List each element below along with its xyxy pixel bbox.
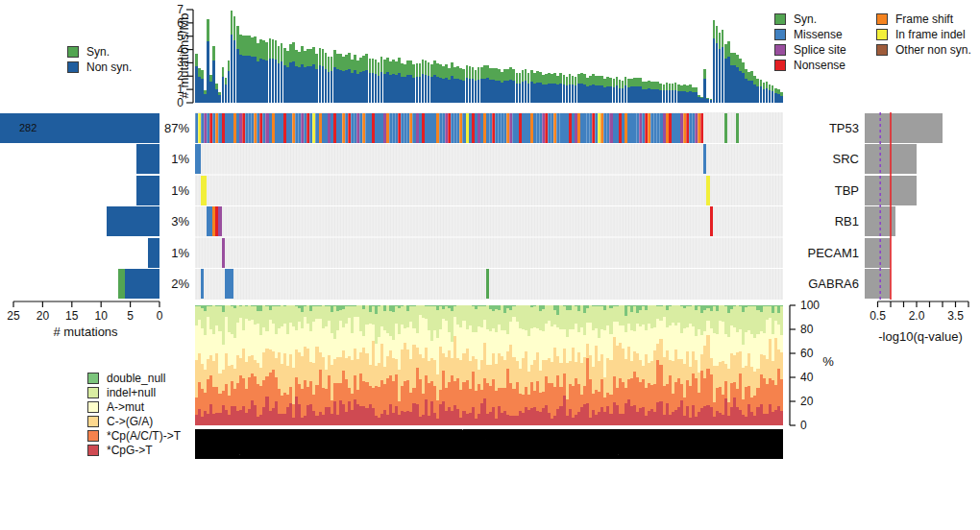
legend-mutation-types-col2: Frame shiftIn frame indelOther non syn. [876,12,971,58]
svg-text:5: 5 [127,309,134,323]
qvalue-axis-title: -log10(q-value) [844,329,980,344]
gene-label-TBP: TBP [835,183,859,198]
legend-item: Other non syn. [876,42,971,58]
spectrum_double_null-swatch-icon [87,373,99,384]
svg-text:2.0: 2.0 [909,309,925,323]
legend-label: Other non syn. [895,43,971,57]
frameshift-swatch-icon [876,13,888,25]
gene-label-TP53: TP53 [829,121,859,135]
legend-item: *CpG->T [87,443,181,457]
legend-label: Splice site [794,43,846,57]
legend-item: double_null [87,371,181,385]
rate-axis-title: # mutations/Mb [136,8,233,104]
tp53-count-label: 282 [19,122,37,133]
sample-name-strip [195,429,783,459]
othernonsyn-swatch-icon [876,44,888,56]
syn-swatch-icon [67,46,79,58]
qvalue-bar-TP53 [865,113,943,143]
legend-label: Non syn. [86,60,132,74]
svg-text:20: 20 [800,395,814,408]
qvalue-x-axis: 0.52.03.5 [870,301,968,323]
splice-swatch-icon [774,44,786,56]
count-x-axis: 2520151050 [7,301,162,323]
inframe-swatch-icon [876,29,888,40]
gene-label-PECAM1: PECAM1 [808,246,859,260]
spectrum-axis-title: % [819,354,838,369]
svg-text:25: 25 [7,309,20,323]
percent-label-TP53: 87% [164,121,189,135]
comut-matrix [195,112,783,300]
legend-label: Syn. [794,12,817,26]
legend-item: Missense [774,27,846,42]
legend-item: Non syn. [67,60,132,75]
gene-label-GABRA6: GABRA6 [808,277,859,291]
spectrum_CpACT_T-swatch-icon [87,430,99,442]
syn-swatch-icon [774,13,786,25]
legend-item: Frame shift [876,12,971,27]
legend-item: *Cp(A/C/T)->T [87,428,181,443]
nonsense-swatch-icon [774,60,786,71]
spectrum_indel_null-swatch-icon [87,387,99,398]
qvalue-bar-GABRA6 [865,269,891,299]
svg-text:15: 15 [65,309,79,323]
percent-label-TBP: 1% [171,183,189,198]
count-bar-PECAM1 [148,238,159,268]
legend-item: In frame indel [876,27,971,42]
svg-text:0: 0 [157,309,163,323]
gene-mutation-count-chart: 87%1%1%3%1%2%282 [0,113,189,299]
count-bar-SRC [136,144,159,174]
svg-text:0: 0 [800,419,807,432]
spectrum-y-axis: 020406080100 [790,299,820,432]
legend-mutation-types-col1: Syn.MissenseSplice siteNonsense [774,12,846,73]
percent-label-RB1: 3% [171,214,189,229]
legend-item: Nonsense [774,58,846,73]
count-bar-GABRA6 [125,269,159,299]
percent-label-GABRA6: 2% [171,277,189,291]
mutation-count-axis-title: # mutations [27,325,144,339]
percent-label-PECAM1: 1% [171,246,189,260]
legend-label: indel+null [107,386,156,399]
legend-label: Frame shift [895,12,953,26]
legend-label: Nonsense [794,59,845,72]
legend-label: Syn. [86,45,110,59]
legend-label: *CpG->T [107,444,153,457]
legend-item: Splice site [774,42,846,58]
mutation-rate-chart [195,11,783,103]
gene-label-SRC: SRC [833,152,859,166]
percent-label-SRC: 1% [171,152,189,166]
legend-item: Syn. [67,44,132,60]
legend-label: A->mut [107,400,144,414]
spectrum_A_mut-swatch-icon [87,401,99,413]
svg-text:100: 100 [800,299,820,312]
legend-syn-nonsyn: Syn.Non syn. [67,44,132,75]
legend-label: In frame indel [895,28,966,41]
legend-label: double_null [107,372,165,385]
comut-figure: 0123456787%1%1%3%1%2%2822520151050TP53SR… [0,0,980,530]
svg-text:20: 20 [37,309,50,323]
qvalue-bar-PECAM1 [865,238,891,268]
spectrum_CpG_T-swatch-icon [87,445,99,456]
legend-item: C->(G/A) [87,414,181,428]
gene-label-RB1: RB1 [835,214,859,229]
svg-text:40: 40 [800,371,814,384]
legend-label: C->(G/A) [107,415,153,428]
legend-item: indel+null [87,385,181,399]
svg-text:3.5: 3.5 [947,309,964,323]
svg-text:60: 60 [800,347,814,360]
count-bar-TBP [136,176,159,205]
missense-swatch-icon [774,29,786,40]
nonsyn-swatch-icon [67,61,79,73]
qvalue-chart: TP53SRCTBPRB1PECAM1GABRA6 [808,112,943,300]
legend-label: Missense [794,28,843,41]
legend-label: *Cp(A/C/T)->T [107,429,181,443]
svg-text:80: 80 [800,323,814,336]
mutation-spectrum-chart [195,305,783,425]
spectrum_C_GA-swatch-icon [87,416,99,427]
legend-mutation-spectrum: double_nullindel+nullA->mutC->(G/A)*Cp(A… [87,371,181,457]
svg-text:0.5: 0.5 [870,309,886,323]
count-bar-RB1 [107,206,159,236]
legend-item: Syn. [774,12,846,27]
svg-text:10: 10 [95,309,109,323]
legend-item: A->mut [87,399,181,414]
